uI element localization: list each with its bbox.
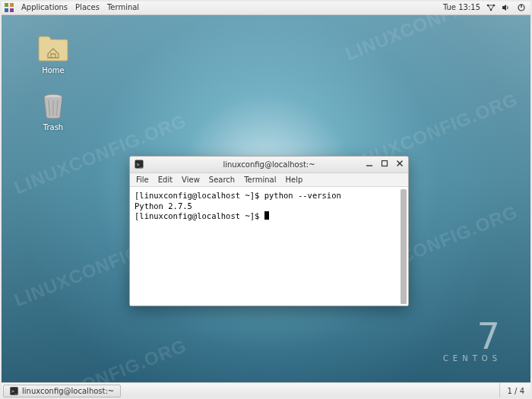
trash-label: Trash xyxy=(30,123,76,131)
terminal-line: Python 2.7.5 xyxy=(135,201,404,212)
terminal-line: [linuxconfig@localhost ~]$ xyxy=(135,211,404,222)
system-icon xyxy=(5,3,14,12)
svg-text:>_: >_ xyxy=(137,162,144,168)
svg-rect-3 xyxy=(10,8,14,12)
taskbar-entry-label: linuxconfig@localhost:~ xyxy=(22,387,114,395)
terminal-cursor xyxy=(264,211,269,220)
menu-terminal-win[interactable]: Terminal xyxy=(244,176,276,184)
menu-applications[interactable]: Applications xyxy=(21,3,68,11)
terminal-line: [linuxconfig@localhost ~]$ python --vers… xyxy=(135,191,404,201)
svg-rect-2 xyxy=(5,8,8,12)
network-icon[interactable] xyxy=(486,3,496,12)
svg-rect-16 xyxy=(382,161,388,166)
home-folder-label: Home xyxy=(30,66,76,74)
terminal-icon: >_ xyxy=(135,160,144,169)
maximize-button[interactable] xyxy=(379,158,390,169)
trash-icon[interactable]: Trash xyxy=(30,91,76,131)
menu-terminal[interactable]: Terminal xyxy=(107,3,139,11)
home-folder-icon[interactable]: Home xyxy=(30,34,76,74)
workspace-indicator[interactable]: 1 / 4 xyxy=(499,383,532,399)
svg-rect-0 xyxy=(5,3,8,7)
minimize-button[interactable] xyxy=(364,158,375,169)
terminal-icon: >_ xyxy=(10,387,18,395)
bottom-panel: >_ linuxconfig@localhost:~ 1 / 4 xyxy=(0,382,532,399)
terminal-window: >_ linuxconfig@localhost:~ File Edit Vie… xyxy=(129,156,409,306)
close-button[interactable] xyxy=(394,158,405,169)
desktop-background: LINUXCONFIG.ORGLINUXCONFIG.ORG LINUXCONF… xyxy=(0,0,532,399)
taskbar-entry-terminal[interactable]: >_ linuxconfig@localhost:~ xyxy=(3,385,121,397)
window-title: linuxconfig@localhost:~ xyxy=(223,160,315,169)
os-version: 7 xyxy=(443,320,502,353)
svg-text:>_: >_ xyxy=(11,388,17,394)
menu-view[interactable]: View xyxy=(182,176,200,184)
desktop-icons: Home Trash xyxy=(30,34,76,148)
menu-file[interactable]: File xyxy=(136,176,149,184)
top-panel: Applications Places Terminal Tue 13:15 xyxy=(0,0,532,15)
menu-edit[interactable]: Edit xyxy=(158,176,173,184)
svg-rect-1 xyxy=(10,3,14,7)
window-titlebar[interactable]: >_ linuxconfig@localhost:~ xyxy=(130,157,408,173)
volume-icon[interactable] xyxy=(502,3,511,12)
terminal-area[interactable]: [linuxconfig@localhost ~]$ python --vers… xyxy=(130,187,408,306)
menu-search[interactable]: Search xyxy=(209,176,235,184)
menu-places[interactable]: Places xyxy=(75,3,100,11)
os-name: CENTOS xyxy=(443,354,502,363)
power-icon[interactable] xyxy=(517,3,526,12)
window-menubar: File Edit View Search Terminal Help xyxy=(130,173,408,187)
scrollbar[interactable] xyxy=(401,189,407,304)
os-branding: 7 CENTOS xyxy=(443,320,502,363)
clock[interactable]: Tue 13:15 xyxy=(443,3,480,11)
menu-help[interactable]: Help xyxy=(285,176,302,184)
